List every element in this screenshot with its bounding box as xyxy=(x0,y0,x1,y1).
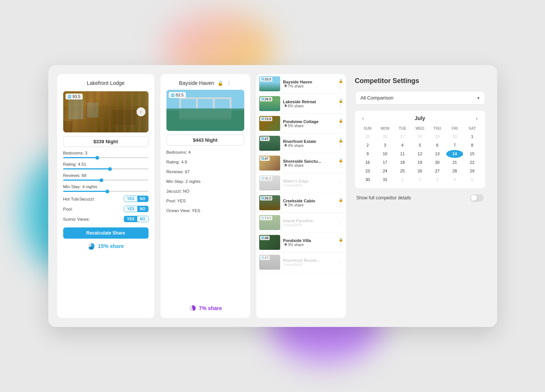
more-options-icon[interactable]: ⋮ xyxy=(339,84,343,89)
lock-icon[interactable]: 🔒 xyxy=(339,198,343,202)
scenic-yes[interactable]: YES xyxy=(124,216,137,222)
calendar-day[interactable]: 13 xyxy=(429,150,446,158)
svg-rect-13 xyxy=(166,108,244,131)
competitor-item[interactable]: 🖼35.5Water's EdgeUnavailable⋮ xyxy=(256,173,346,193)
competitor-item[interactable]: 🖼33.5Bayside Haven 7% share🔒⋮ xyxy=(256,74,346,94)
calendar-day[interactable]: 26 xyxy=(411,167,428,175)
reviews-slider[interactable] xyxy=(63,180,149,181)
more-options-icon[interactable]: ⋮ xyxy=(339,163,343,168)
comparison-dropdown[interactable]: All Comparison ▾ xyxy=(355,91,485,105)
competitor-actions: 🔒⋮ xyxy=(339,79,343,89)
calendar-day[interactable]: 25 xyxy=(359,133,376,141)
calendar-day[interactable]: 8 xyxy=(464,141,481,149)
calendar-day[interactable]: 29 xyxy=(464,167,481,175)
pool-yes[interactable]: YES xyxy=(124,206,137,212)
calendar-day[interactable]: 9 xyxy=(359,150,376,158)
lock-icon[interactable]: 🔒 xyxy=(339,99,343,103)
calendar-day[interactable]: 29 xyxy=(429,133,446,141)
calendar-day[interactable]: 12 xyxy=(411,150,428,158)
competitor-item[interactable]: 🖼73.5Pondview Cottage 5% share🔒⋮ xyxy=(256,114,346,134)
bedrooms-slider[interactable] xyxy=(63,157,149,158)
competitor-share: 4% share xyxy=(283,144,336,148)
calendar-next-button[interactable]: › xyxy=(473,115,480,121)
calendar-day[interactable]: 17 xyxy=(377,159,394,166)
scenic-no[interactable]: NO xyxy=(137,216,148,222)
calendar-day[interactable]: 14 xyxy=(446,150,463,158)
calendar-day[interactable]: 30 xyxy=(446,133,463,141)
main-card: Lakefront Lodge 🖼 93.5 › $339 Night xyxy=(48,65,497,327)
competitor-name: Riverfront Estate xyxy=(283,139,336,144)
calendar-day[interactable]: 28 xyxy=(446,167,463,175)
calendar-day[interactable]: 4 xyxy=(394,141,411,149)
show-full-toggle[interactable] xyxy=(470,194,484,202)
calendar-day[interactable]: 5 xyxy=(411,141,428,149)
dots-icon[interactable]: ⋮ xyxy=(226,80,232,86)
lock-icon[interactable]: 🔒 xyxy=(339,138,343,143)
calendar-day[interactable]: 3 xyxy=(377,141,394,149)
hot-tub-toggle[interactable]: YES NO xyxy=(124,196,148,202)
competitor-item[interactable]: 🖼47Riverfront Estate 4% share🔒⋮ xyxy=(256,134,346,153)
competitor-item[interactable]: 🖼47Riverfront Reside...Unavailable⋮ xyxy=(256,252,346,272)
scenic-toggle[interactable]: YES NO xyxy=(124,216,148,222)
calendar-day[interactable]: 26 xyxy=(377,133,394,141)
recalculate-button[interactable]: Recalculate Share xyxy=(63,227,149,239)
calendar-day[interactable]: 2 xyxy=(411,176,428,184)
more-options-icon[interactable]: ⋮ xyxy=(339,123,343,129)
pool-row: Pool: YES NO xyxy=(63,206,149,212)
calendar-day[interactable]: 11 xyxy=(394,150,411,158)
calendar-day[interactable]: 21 xyxy=(446,159,463,166)
lock-icon[interactable]: 🔒 xyxy=(339,79,343,83)
competitor-share: Unavailable xyxy=(283,183,336,187)
next-image-arrow[interactable]: › xyxy=(137,107,146,116)
calendar-day[interactable]: 27 xyxy=(394,133,411,141)
competitor-item[interactable]: 🖼26.5Creekside Cabin 3% share🔒⋮ xyxy=(256,193,346,213)
more-options-icon[interactable]: ⋮ xyxy=(339,180,343,186)
calendar-day[interactable]: 1 xyxy=(394,176,411,184)
hot-tub-yes[interactable]: YES xyxy=(124,196,137,202)
calendar-day[interactable]: 22 xyxy=(464,159,481,166)
pool-no[interactable]: NO xyxy=(137,206,148,212)
calendar-day[interactable]: 16 xyxy=(359,159,376,166)
calendar-day[interactable]: 10 xyxy=(377,150,394,158)
competitor-name: Riverfront Reside... xyxy=(283,258,336,263)
competitor-item[interactable]: 🖼26.5Lakeside Retreat 6% share🔒⋮ xyxy=(256,94,346,114)
calendar-header: ‹ July › xyxy=(359,115,481,121)
hot-tub-no[interactable]: NO xyxy=(137,196,148,202)
calendar-day[interactable]: 30 xyxy=(359,176,376,184)
calendar-day[interactable]: 7 xyxy=(446,141,463,149)
lock-icon[interactable]: 🔒 xyxy=(339,119,343,123)
minstay-slider[interactable] xyxy=(63,191,149,192)
competitor-item[interactable]: 🖼48Pondside Villa 3% share🔒⋮ xyxy=(256,233,346,252)
more-options-icon[interactable]: ⋮ xyxy=(339,203,343,208)
calendar-day[interactable]: 28 xyxy=(411,133,428,141)
competitor-item[interactable]: 🖼47Shoreside Sanctu... 4% share🔒⋮ xyxy=(256,153,346,173)
calendar-day[interactable]: 20 xyxy=(429,159,446,166)
calendar-day[interactable]: 6 xyxy=(429,141,446,149)
calendar-day[interactable]: 23 xyxy=(359,167,376,175)
more-options-icon[interactable]: ⋮ xyxy=(339,220,343,225)
calendar-day[interactable]: 27 xyxy=(429,167,446,175)
calendar-day[interactable]: 2 xyxy=(359,141,376,149)
lock-icon[interactable]: 🔒 xyxy=(339,158,343,162)
calendar-day[interactable]: 5 xyxy=(464,176,481,184)
more-options-icon[interactable]: ⋮ xyxy=(339,260,343,265)
calendar-day[interactable]: 1 xyxy=(464,133,481,141)
calendar-day[interactable]: 24 xyxy=(377,167,394,175)
pool-toggle[interactable]: YES NO xyxy=(124,206,148,212)
calendar-day[interactable]: 18 xyxy=(394,159,411,166)
calendar-day-header: SUN xyxy=(359,125,376,132)
calendar-day[interactable]: 3 xyxy=(429,176,446,184)
calendar-day[interactable]: 31 xyxy=(377,176,394,184)
more-options-icon[interactable]: ⋮ xyxy=(339,242,343,248)
calendar-day[interactable]: 19 xyxy=(411,159,428,166)
calendar-day[interactable]: 4 xyxy=(446,176,463,184)
rating-slider[interactable] xyxy=(63,168,149,169)
left-share-display: 15% share xyxy=(63,242,149,250)
more-options-icon[interactable]: ⋮ xyxy=(339,104,343,109)
calendar-day[interactable]: 15 xyxy=(464,150,481,158)
calendar-prev-button[interactable]: ‹ xyxy=(359,115,367,121)
calendar-day[interactable]: 25 xyxy=(394,167,411,175)
competitor-item[interactable]: 🖼73.5Island ParadiseUnavailable⋮ xyxy=(256,213,346,233)
more-options-icon[interactable]: ⋮ xyxy=(339,143,343,148)
lock-icon[interactable]: 🔒 xyxy=(339,238,343,242)
